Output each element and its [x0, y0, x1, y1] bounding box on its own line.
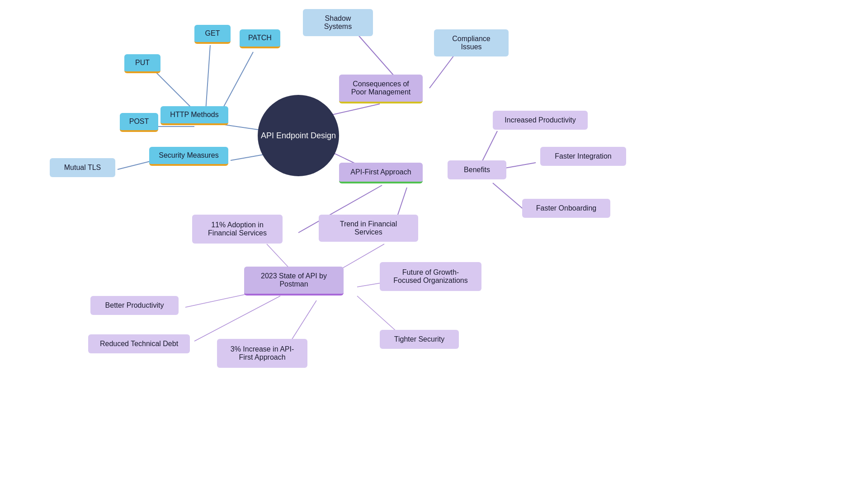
patch-node[interactable]: PATCH	[240, 29, 280, 48]
consequences-node[interactable]: Consequences of Poor Management	[339, 75, 423, 103]
adoption-financial-node[interactable]: 11% Adoption in Financial Services	[192, 215, 283, 244]
postman-2023-node[interactable]: 2023 State of API by Postman	[244, 267, 344, 296]
svg-line-7	[330, 104, 380, 115]
benefits-node[interactable]: Benefits	[448, 160, 506, 179]
mutual-tls-node[interactable]: Mutual TLS	[50, 158, 115, 177]
future-growth-node[interactable]: Future of Growth-Focused Organizations	[380, 262, 481, 291]
svg-line-1	[206, 45, 210, 111]
get-node[interactable]: GET	[194, 25, 231, 44]
faster-integration-node[interactable]: Faster Integration	[540, 147, 626, 166]
api-first-node[interactable]: API-First Approach	[339, 163, 423, 183]
svg-line-20	[194, 296, 280, 341]
reduced-technical-debt-node[interactable]: Reduced Technical Debt	[88, 334, 190, 353]
post-node[interactable]: POST	[120, 113, 158, 132]
svg-line-14	[493, 183, 524, 210]
tighter-security-node[interactable]: Tighter Security	[380, 330, 459, 349]
svg-line-3	[222, 52, 253, 111]
trend-financial-node[interactable]: Trend in Financial Services	[319, 215, 418, 242]
shadow-systems-node[interactable]: Shadow Systems	[303, 9, 373, 36]
svg-line-9	[429, 52, 457, 88]
compliance-issues-node[interactable]: Compliance Issues	[434, 29, 509, 56]
increase-3pct-node[interactable]: 3% Increase in API-First Approach	[217, 339, 307, 368]
center-node: API Endpoint Design	[258, 95, 339, 176]
security-measures-node[interactable]: Security Measures	[149, 147, 228, 166]
increased-productivity-node[interactable]: Increased Productivity	[493, 111, 588, 130]
better-productivity-node[interactable]: Better Productivity	[90, 296, 179, 315]
put-node[interactable]: PUT	[124, 54, 160, 73]
svg-line-6	[118, 160, 154, 169]
faster-onboarding-node[interactable]: Faster Onboarding	[522, 199, 610, 218]
http-methods-node[interactable]: HTTP Methods	[160, 106, 228, 125]
svg-line-23	[289, 300, 316, 343]
